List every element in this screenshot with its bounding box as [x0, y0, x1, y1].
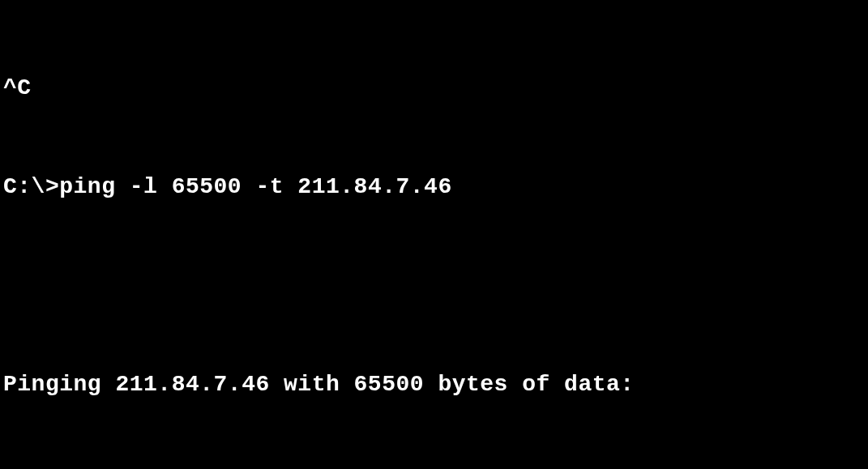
prompt: C:\> [3, 174, 59, 199]
ping-status: Pinging 211.84.7.46 with 65500 bytes of … [3, 369, 865, 402]
blank-line [3, 270, 865, 303]
command-line: C:\>ping -l 65500 -t 211.84.7.46 [3, 171, 865, 204]
terminal-output[interactable]: ^C C:\>ping -l 65500 -t 211.84.7.46 Ping… [3, 6, 865, 469]
command-text: ping -l 65500 -t 211.84.7.46 [59, 174, 451, 199]
interrupt-line: ^C [3, 72, 865, 105]
